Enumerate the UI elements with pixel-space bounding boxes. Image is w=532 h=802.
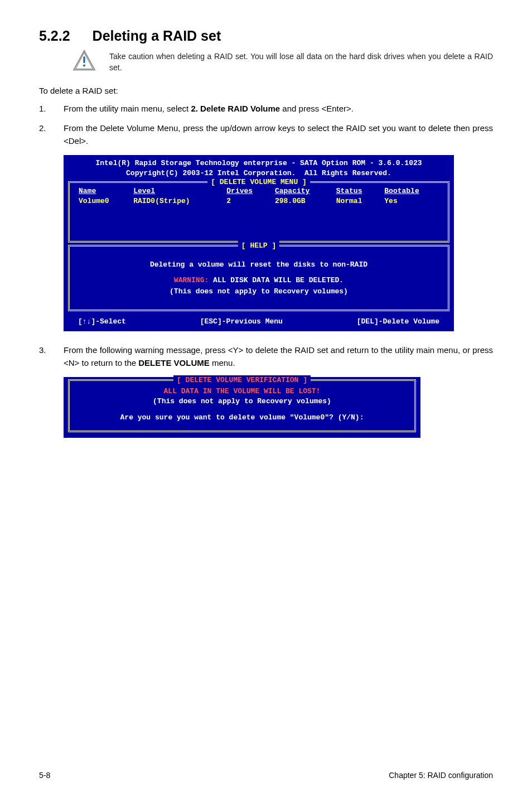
help-line2: WARNING: ALL DISK DATA WILL BE DELETED. — [80, 276, 438, 286]
col-status: Status — [333, 186, 381, 196]
table-header-row: Name Level Drives Capacity Status Bootab… — [75, 186, 442, 196]
step-number: 2. — [39, 122, 64, 148]
step-body: From the Delete Volume Menu, press the u… — [64, 122, 493, 148]
lead-text: To delete a RAID set: — [39, 86, 493, 95]
table-row[interactable]: Volume0 RAID0(Stripe) 2 298.0GB Normal Y… — [75, 196, 442, 206]
bios-footer: [↑↓]-Select [ESC]-Previous Menu [DEL]-De… — [64, 313, 454, 331]
verification-note: (This does not apply to Recovery volumes… — [75, 397, 409, 407]
cell-drives: 2 — [223, 196, 272, 206]
panel-title: [ DELETE VOLUME MENU ] — [207, 177, 310, 187]
verification-panel: [ DELETE VOLUME VERIFICATION ] ALL DATA … — [68, 379, 416, 432]
step-list-continued: 3. From the following warning message, p… — [39, 344, 493, 370]
verification-warning: ALL DATA IN THE VOLUME WILL BE LOST! — [75, 386, 409, 397]
col-drives: Drives — [223, 186, 272, 196]
help-line2-rest: ALL DISK DATA WILL BE DELETED. — [209, 276, 344, 284]
footer-del-hint: [DEL]-Delete Volume — [357, 317, 439, 327]
cell-capacity: 298.0GB — [272, 196, 333, 206]
bold-text: 2. Delete RAID Volume — [191, 104, 280, 113]
list-item: 3. From the following warning message, p… — [39, 344, 493, 370]
page-footer: 5-8 Chapter 5: RAID configuration — [39, 771, 493, 780]
cell-bootable: Yes — [381, 196, 442, 206]
warning-label: WARNING: — [174, 276, 209, 284]
bios-delete-verification-screen: [ DELETE VOLUME VERIFICATION ] ALL DATA … — [64, 377, 420, 438]
step-body: From the utility main menu, select 2. De… — [64, 102, 493, 115]
delete-volume-menu-panel: [ DELETE VOLUME MENU ] Name Level Drives… — [68, 181, 449, 243]
footer-esc-hint: [ESC]-Previous Menu — [200, 317, 283, 327]
cell-level: RAID0(Stripe) — [130, 196, 223, 206]
cell-name: Volume0 — [75, 196, 130, 206]
col-capacity: Capacity — [272, 186, 333, 196]
cell-status: Normal — [333, 196, 381, 206]
verification-prompt[interactable]: Are you sure you want to delete volume "… — [75, 413, 409, 423]
bios-header-line1: Intel(R) Rapid Storage Technology enterp… — [95, 159, 422, 167]
panel-title: [ DELETE VOLUME VERIFICATION ] — [173, 375, 311, 385]
caution-note: Take caution when deleting a RAID set. Y… — [72, 50, 493, 74]
step-number: 1. — [39, 102, 64, 115]
help-panel: [ HELP ] Deleting a volume will reset th… — [68, 245, 449, 311]
step-body: From the following warning message, pres… — [64, 344, 493, 370]
svg-rect-2 — [83, 56, 85, 63]
svg-point-3 — [83, 64, 85, 66]
help-body: Deleting a volume will reset the disks t… — [75, 250, 442, 302]
list-item: 1. From the utility main menu, select 2.… — [39, 102, 493, 115]
help-line1: Deleting a volume will reset the disks t… — [80, 260, 438, 270]
step-number: 3. — [39, 344, 64, 370]
panel-title: [ HELP ] — [238, 241, 279, 251]
warning-icon — [72, 50, 96, 71]
text-part: From the utility main menu, select — [64, 104, 191, 113]
step-list: 1. From the utility main menu, select 2.… — [39, 102, 493, 148]
bold-text: DELETE VOLUME — [138, 358, 210, 368]
heading-text: Deleting a RAID set — [93, 28, 221, 44]
list-item: 2. From the Delete Volume Menu, press th… — [39, 122, 493, 148]
col-name: Name — [75, 186, 130, 196]
chapter-label: Chapter 5: RAID configuration — [389, 771, 493, 780]
text-part: and press <Enter>. — [280, 104, 354, 113]
section-heading: 5.2.2 Deleting a RAID set — [39, 28, 493, 44]
text-part: From the following warning message, pres… — [64, 345, 493, 368]
bios-header-line2: Copyright(C) 2003-12 Intel Corporation. … — [126, 169, 391, 177]
heading-number: 5.2.2 — [39, 28, 70, 44]
volume-table: Name Level Drives Capacity Status Bootab… — [75, 186, 442, 206]
caution-text: Take caution when deleting a RAID set. Y… — [109, 50, 493, 74]
bios-delete-volume-screen: Intel(R) Rapid Storage Technology enterp… — [64, 155, 454, 331]
col-bootable: Bootable — [381, 186, 442, 196]
text-part: menu. — [210, 358, 235, 368]
verification-body: ALL DATA IN THE VOLUME WILL BE LOST! (Th… — [75, 386, 409, 423]
page-number: 5-8 — [39, 771, 50, 780]
col-level: Level — [130, 186, 223, 196]
help-line3: (This does not apply to Recovery volumes… — [80, 287, 438, 297]
footer-select-hint: [↑↓]-Select — [78, 317, 126, 327]
